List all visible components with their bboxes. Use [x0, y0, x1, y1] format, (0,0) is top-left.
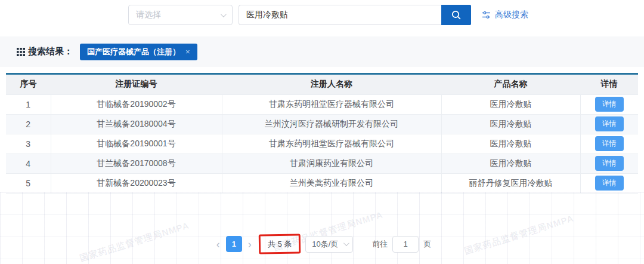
cell-reg-no: 甘新械备20200023号	[51, 173, 222, 193]
detail-button[interactable]: 详情	[595, 136, 624, 151]
col-header-product: 产品名称	[441, 75, 580, 94]
col-header-detail: 详情	[580, 75, 638, 94]
chevron-down-icon	[221, 11, 227, 17]
next-page-button[interactable]: ›	[244, 239, 255, 250]
total-count-annotation: 共 5 条	[258, 234, 301, 254]
search-bar: 请选择 高级搜索	[128, 5, 528, 25]
filter-tag-label: 国产医疗器械产品（注册）	[87, 47, 180, 57]
filter-tag[interactable]: 国产医疗器械产品（注册） ×	[80, 44, 197, 60]
cell-product: 医用冷敷贴	[441, 134, 580, 154]
cell-detail: 详情	[580, 154, 638, 173]
page-unit-label: 页	[423, 239, 431, 250]
cell-index: 1	[6, 94, 51, 114]
sliders-icon	[482, 11, 491, 19]
page-size-select[interactable]: 10条/页	[305, 236, 353, 253]
prev-page-button[interactable]: ‹	[213, 239, 224, 250]
cell-registrant: 甘肃东药明祖堂医疗器械有限公司	[222, 134, 441, 154]
cell-reg-no: 甘临械备20190001号	[51, 134, 222, 154]
table-row: 4 甘兰械备20170008号 甘肃润康药业有限公司 医用冷敷贴 详情	[6, 154, 638, 173]
advanced-search-label: 高级搜索	[495, 10, 528, 20]
detail-button[interactable]: 详情	[595, 156, 624, 171]
table-row: 2 甘兰械备20180004号 兰州汶河医疗器械研制开发有限公司 医用冷敷贴 详…	[6, 114, 638, 134]
cell-detail: 详情	[580, 114, 638, 134]
detail-button[interactable]: 详情	[595, 116, 624, 131]
col-header-registrant: 注册人名称	[222, 75, 441, 94]
grid-icon	[17, 48, 25, 56]
col-header-reg-no: 注册证编号	[51, 75, 222, 94]
cell-index: 4	[6, 154, 51, 173]
goto-label: 前往	[372, 239, 388, 250]
cell-index: 3	[6, 134, 51, 154]
search-input[interactable]	[239, 5, 441, 25]
results-label-text: 搜索结果：	[28, 46, 73, 57]
table-header-row: 序号 注册证编号 注册人名称 产品名称 详情	[6, 75, 638, 94]
advanced-search-link[interactable]: 高级搜索	[482, 5, 528, 25]
cell-registrant: 甘肃东药明祖堂医疗器械有限公司	[222, 94, 441, 114]
cell-index: 2	[6, 114, 51, 134]
cell-detail: 详情	[580, 173, 638, 193]
cell-reg-no: 甘临械备20190002号	[51, 94, 222, 114]
close-icon[interactable]: ×	[185, 47, 190, 56]
search-icon	[451, 10, 462, 20]
search-results-page: 请选择 高级搜索	[0, 0, 644, 264]
cell-detail: 详情	[580, 134, 638, 154]
goto-page-input[interactable]	[392, 236, 419, 253]
pagination: ‹ 1 › 共 5 条 10条/页 前往 页	[0, 234, 644, 254]
page-1-button[interactable]: 1	[226, 236, 242, 252]
table-row: 5 甘新械备20200023号 兰州美蒿药业有限公司 丽舒丹修复医用冷敷贴 详情	[6, 173, 638, 193]
cell-registrant: 甘肃润康药业有限公司	[222, 154, 441, 173]
col-header-index: 序号	[6, 75, 51, 94]
page-size-value: 10条/页	[312, 239, 338, 250]
chevron-down-icon	[343, 240, 349, 246]
category-select-placeholder: 请选择	[136, 10, 161, 20]
cell-product: 医用冷敷贴	[441, 154, 580, 173]
detail-button[interactable]: 详情	[595, 176, 624, 191]
total-count-label: 共 5 条	[268, 240, 292, 249]
cell-product: 医用冷敷贴	[441, 94, 580, 114]
category-select[interactable]: 请选择	[128, 5, 233, 25]
cell-detail: 详情	[580, 94, 638, 114]
cell-reg-no: 甘兰械备20170008号	[51, 154, 222, 173]
table-row: 3 甘临械备20190001号 甘肃东药明祖堂医疗器械有限公司 医用冷敷贴 详情	[6, 134, 638, 154]
cell-registrant: 兰州美蒿药业有限公司	[222, 173, 441, 193]
results-table: 序号 注册证编号 注册人名称 产品名称 详情 1 甘临械备20190002号 甘…	[6, 73, 638, 194]
detail-button[interactable]: 详情	[595, 97, 624, 112]
search-button[interactable]	[441, 5, 471, 25]
cell-registrant: 兰州汶河医疗器械研制开发有限公司	[222, 114, 441, 134]
cell-product: 医用冷敷贴	[441, 114, 580, 134]
cell-product: 丽舒丹修复医用冷敷贴	[441, 173, 580, 193]
cell-index: 5	[6, 173, 51, 193]
cell-reg-no: 甘兰械备20180004号	[51, 114, 222, 134]
table-body: 1 甘临械备20190002号 甘肃东药明祖堂医疗器械有限公司 医用冷敷贴 详情…	[6, 94, 638, 193]
results-header: 搜索结果： 国产医疗器械产品（注册） ×	[0, 36, 644, 67]
table-row: 1 甘临械备20190002号 甘肃东药明祖堂医疗器械有限公司 医用冷敷贴 详情	[6, 94, 638, 114]
results-title: 搜索结果：	[17, 46, 73, 57]
